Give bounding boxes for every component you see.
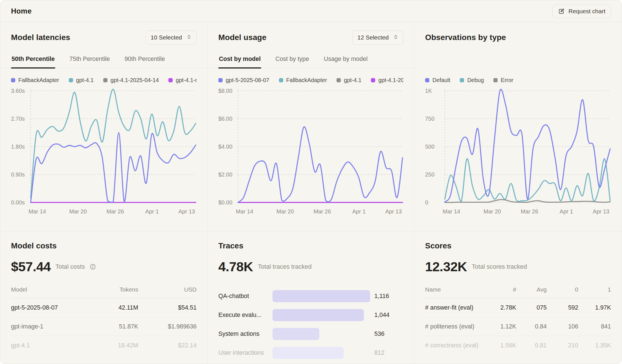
bar-track <box>272 347 370 359</box>
table-row-answer-fit-eval: # answer-fit (eval)2.78K0755921.97K <box>425 298 611 317</box>
y-axis-label: 750 <box>425 116 434 122</box>
x-axis-label: Mar 26 <box>106 208 124 215</box>
x-axis-label: Mar 26 <box>313 208 331 215</box>
legend-item-error: Error <box>493 77 513 83</box>
x-axis-label: Mar 20 <box>69 208 87 215</box>
traces-bar-list: QA-chatbot1,116Execute evalu...1,044Syst… <box>218 287 403 362</box>
series-line-fallbackadapter <box>31 133 196 203</box>
bar-track <box>272 328 370 340</box>
tab-cost-by-model[interactable]: Cost by model <box>218 51 261 68</box>
chart-canvas: 0.00s0.90s1.80s2.70s3.60sMar 14Mar 20Mar… <box>11 87 197 220</box>
legend-label: gpt-4.1 <box>344 77 361 83</box>
latency-line-chart: 0.00s0.90s1.80s2.70s3.60sMar 14Mar 20Mar… <box>11 87 197 220</box>
legend-item-debug: Debug <box>460 77 484 83</box>
usage-line-chart: $0.00$2.00$4.00$6.00$8.00Mar 14Mar 20Mar… <box>218 87 403 220</box>
tab-75th-percentile[interactable]: 75th Percentile <box>69 51 110 68</box>
table-row-gpt-4-1: gpt-4.118.42M$22.14 <box>11 336 197 355</box>
y-axis-label: $0.00 <box>218 199 232 206</box>
cell-value: 592 <box>547 304 578 311</box>
total-costs-value: $57.44 <box>11 259 51 274</box>
bar <box>272 290 370 302</box>
info-icon[interactable] <box>90 264 96 270</box>
select-value: 12 Selected <box>357 34 389 41</box>
y-axis-label: 500 <box>425 144 434 150</box>
bar-row-system-actions: System actions536 <box>218 325 403 343</box>
legend-color-chip <box>103 78 107 82</box>
bar-label: QA-chatbot <box>218 293 272 300</box>
chart-canvas: $0.00$2.00$4.00$6.00$8.00Mar 14Mar 20Mar… <box>218 87 403 220</box>
cell-label: # politeness (eval) <box>425 323 485 330</box>
legend-item-gpt-4-1-2025-04-14: gpt-4.1-2025-04-14 <box>103 77 159 83</box>
table-row-gpt-5-2025-08-07: gpt-5-2025-08-0742.11M$54.51 <box>11 298 197 317</box>
series-line-debug <box>445 159 610 201</box>
panel-traces: Traces 4.78K Total traces tracked QA-cha… <box>208 231 414 364</box>
latency-legend: FallbackAdaptergpt-4.1gpt-4.1-2025-04-14… <box>11 77 197 83</box>
total-scores-value: 12.32K <box>425 259 467 274</box>
legend-label: gpt-4.1-202 <box>378 77 403 83</box>
column-header-name: Name <box>425 286 485 293</box>
cell-value: 1.35K <box>578 342 611 349</box>
bar-track <box>272 309 370 321</box>
total-traces-label: Total traces tracked <box>258 263 312 270</box>
cell-label: gpt-5-2025-08-07 <box>11 304 82 311</box>
bar <box>272 347 344 359</box>
bar-track <box>272 290 370 302</box>
bar-row-execute-evalu: Execute evalu...1,044 <box>218 306 403 325</box>
bar-value: 1,116 <box>374 293 389 300</box>
tab-90th-percentile[interactable]: 90th Percentile <box>124 51 165 68</box>
y-axis-label: $8.00 <box>218 88 232 94</box>
x-axis-label: Mar 20 <box>276 208 294 215</box>
legend-color-chip <box>371 78 375 82</box>
tab-50th-percentile[interactable]: 50th Percentile <box>11 51 55 68</box>
cell-label: # answer-fit (eval) <box>425 304 485 311</box>
y-axis-label: 0.90s <box>11 171 25 178</box>
cell-value: $1.989636 <box>138 323 197 330</box>
legend-label: Debug <box>467 77 484 83</box>
tab-cost-by-type[interactable]: Cost by type <box>275 51 310 68</box>
legend-label: gpt-4.1-mini <box>176 77 197 83</box>
column-header-model: Model <box>11 286 82 293</box>
legend-item-fallbackadapter: FallbackAdapter <box>279 77 327 83</box>
cell-label: # correctness (eval) <box>425 342 485 349</box>
legend-color-chip <box>425 78 429 82</box>
table-row-gpt-image-1: gpt-image-151.87K$1.989636 <box>11 317 197 336</box>
cell-value: 51.87K <box>82 323 138 330</box>
x-axis-label: Mar 14 <box>443 208 460 215</box>
cell-value: $54.51 <box>138 304 197 311</box>
tab-usage-by-model[interactable]: Usage by model <box>323 51 368 68</box>
cell-value: 841 <box>578 323 611 330</box>
request-chart-button[interactable]: Request chart <box>552 5 611 18</box>
cell-value: 0.84 <box>516 323 547 330</box>
legend-label: gpt-4.1-2025-04-14 <box>111 77 159 83</box>
panel-model-usage: Model usage 12 Selected Cost by modelCos… <box>208 22 414 231</box>
x-axis-label: Apr 1 <box>352 208 366 215</box>
table-row-politeness-eval: # politeness (eval)1.12K0.84106841 <box>425 317 611 336</box>
bar <box>272 328 319 340</box>
x-axis-label: Mar 26 <box>521 208 538 215</box>
usage-tabs: Cost by modelCost by typeUsage by model <box>208 51 414 69</box>
legend-color-chip <box>460 78 464 82</box>
usage-legend: gpt-5-2025-08-07FallbackAdaptergpt-4.1gp… <box>218 77 403 83</box>
legend-color-chip <box>218 78 223 82</box>
legend-item-gpt-5-2025-08-07: gpt-5-2025-08-07 <box>218 77 269 83</box>
bar-row-user-interactions: User interactions812 <box>218 343 403 362</box>
chevron-up-down-icon <box>186 34 192 41</box>
dashboard-grid: Model latencies 10 Selected 50th Percent… <box>0 22 622 364</box>
table-row-correctness-eval: # correctness (eval)1.56K0.812101.35K <box>425 336 611 355</box>
chevron-up-down-icon <box>393 34 398 41</box>
cell-value: 1.12K <box>485 323 516 330</box>
bar-row-qa-chatbot: QA-chatbot1,116 <box>218 287 403 306</box>
model-costs-table: ModelTokensUSDgpt-5-2025-08-0742.11M$54.… <box>11 286 197 355</box>
column-header-avg: Avg <box>516 286 547 293</box>
panel-observations-by-type: Observations by type DefaultDebugError 0… <box>414 22 622 231</box>
legend-item-fallbackadapter: FallbackAdapter <box>11 77 59 83</box>
model-latencies-select[interactable]: 10 Selected <box>146 30 197 45</box>
bar-value: 812 <box>374 349 384 356</box>
model-usage-select[interactable]: 12 Selected <box>352 30 403 45</box>
panel-title-observations: Observations by type <box>425 33 506 42</box>
panel-title-model-costs: Model costs <box>11 241 197 250</box>
observations-line-chart: 02505007501KMar 14Mar 20Mar 26Apr 1Apr 1… <box>425 87 611 220</box>
chart-canvas: 02505007501KMar 14Mar 20Mar 26Apr 1Apr 1… <box>425 87 611 220</box>
bar-value: 536 <box>374 330 384 337</box>
legend-item-gpt-4-1-mini: gpt-4.1-mini <box>168 77 197 83</box>
